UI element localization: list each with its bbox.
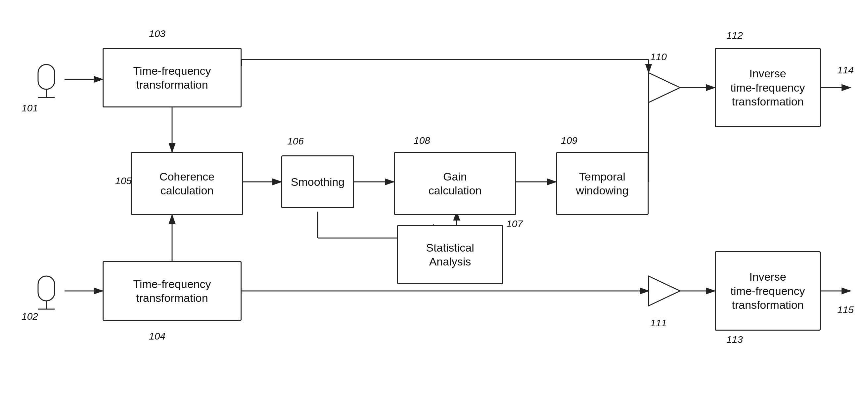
svg-marker-28 bbox=[649, 276, 680, 306]
ref-112: 112 bbox=[726, 30, 743, 41]
smoothing-label: Smoothing bbox=[291, 175, 345, 189]
ref-105: 105 bbox=[115, 175, 132, 187]
temporal-block: Temporalwindowing bbox=[556, 152, 649, 215]
ref-103: 103 bbox=[149, 28, 165, 39]
ref-111: 111 bbox=[650, 317, 667, 329]
diagram-container: Time-frequencytransformation Time-freque… bbox=[0, 0, 868, 404]
inv-tf1-label: Inversetime-frequencytransformation bbox=[731, 66, 805, 109]
gain-label: Gaincalculation bbox=[429, 170, 482, 198]
smoothing-block: Smoothing bbox=[281, 156, 354, 208]
svg-rect-24 bbox=[38, 276, 55, 301]
ref-107: 107 bbox=[506, 218, 523, 230]
ref-113: 113 bbox=[726, 334, 743, 345]
temporal-label: Temporalwindowing bbox=[576, 170, 629, 198]
svg-marker-27 bbox=[649, 73, 680, 102]
coherence-block: Coherencecalculation bbox=[131, 152, 243, 215]
ref-104: 104 bbox=[149, 331, 165, 342]
ref-108: 108 bbox=[414, 135, 430, 146]
inv-tf1-block: Inversetime-frequencytransformation bbox=[715, 48, 821, 127]
tf2-block: Time-frequencytransformation bbox=[102, 261, 242, 321]
inv-tf2-label: Inversetime-frequencytransformation bbox=[731, 270, 805, 312]
ref-110: 110 bbox=[650, 51, 667, 63]
statistical-block: StatisticalAnalysis bbox=[397, 225, 503, 284]
ref-115: 115 bbox=[837, 304, 854, 315]
ref-102: 102 bbox=[22, 311, 38, 322]
gain-block: Gaincalculation bbox=[394, 152, 516, 215]
tf2-label: Time-frequencytransformation bbox=[133, 277, 211, 305]
inv-tf2-block: Inversetime-frequencytransformation bbox=[715, 251, 821, 331]
coherence-label: Coherencecalculation bbox=[159, 170, 214, 198]
statistical-label: StatisticalAnalysis bbox=[426, 241, 474, 269]
ref-114: 114 bbox=[837, 64, 854, 76]
tf1-label: Time-frequencytransformation bbox=[133, 64, 211, 92]
ref-101: 101 bbox=[22, 102, 38, 114]
svg-rect-21 bbox=[38, 64, 55, 89]
ref-106: 106 bbox=[287, 136, 304, 147]
tf1-block: Time-frequencytransformation bbox=[102, 48, 242, 107]
ref-109: 109 bbox=[561, 135, 578, 146]
